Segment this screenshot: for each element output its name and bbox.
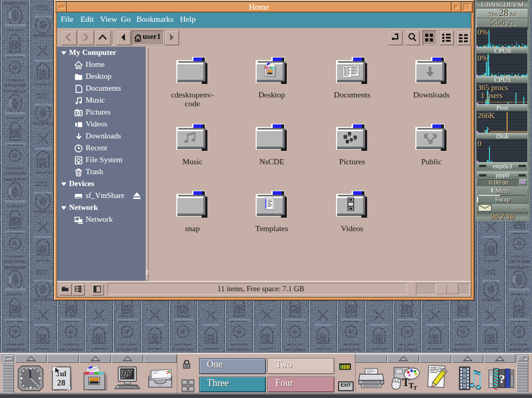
svg-text:28: 28	[57, 378, 65, 387]
svg-text:?: ?	[499, 372, 505, 386]
svg-text:T: T	[413, 385, 417, 391]
